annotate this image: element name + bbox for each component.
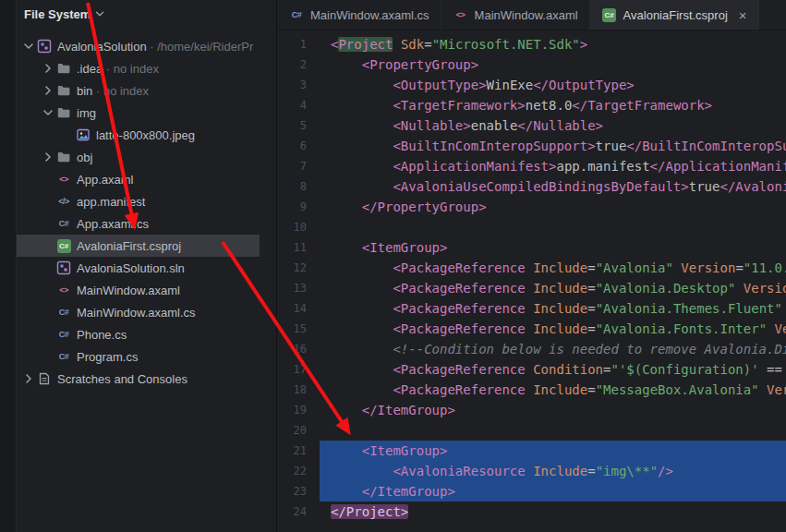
line-number: 13 [277, 278, 307, 298]
tree-item-app-axaml[interactable]: <>App.axaml [17, 168, 260, 190]
code-token: true [596, 139, 627, 153]
tree-item-bin[interactable]: bin · no index [17, 79, 260, 102]
code-token: "'$(Configuration)' [611, 362, 758, 377]
code-line-6[interactable]: <BuiltInComInteropSupport>true</BuiltInC… [320, 136, 786, 156]
code-token [526, 362, 533, 377]
code-token: = [587, 281, 595, 296]
tree-item-idea[interactable]: .idea · no index [17, 57, 260, 79]
tree-item-app-axaml-cs[interactable]: C#App.axaml.cs [17, 212, 260, 235]
line-number: 18 [277, 380, 307, 400]
code-line-9[interactable]: </PropertyGroup> [320, 197, 786, 217]
code-token: "Avalonia.Themes.Fluent" [596, 301, 782, 316]
code-token: Version [775, 321, 786, 336]
tree-item-app-manifest[interactable]: </>app.manifest [17, 190, 260, 212]
code-line-23[interactable]: </ItemGroup> [320, 481, 786, 502]
indent-spacer [40, 349, 55, 364]
code-token [331, 362, 393, 377]
code-token: </ItemGroup> [362, 484, 455, 499]
tab-mainwindow-axaml-cs[interactable]: C#MainWindow.axaml.cs [277, 0, 441, 30]
indent-spacer [40, 260, 55, 275]
code-token: Include [533, 321, 587, 336]
code-line-22[interactable]: <AvaloniaResource Include="img\**"/> [320, 461, 786, 481]
code-token [331, 200, 362, 214]
tab-mainwindow-axaml[interactable]: <>MainWindow.axaml [441, 0, 590, 30]
editor-body[interactable]: 123456789101112131415161718192021222324 … [277, 30, 786, 532]
chevron-down-icon[interactable] [93, 7, 106, 20]
code-line-16[interactable]: <!--Condition below is needed to remove … [320, 339, 786, 359]
code-token: </ApplicationManifest> [650, 159, 786, 174]
code-token: Include [533, 464, 587, 478]
code-line-14[interactable]: <PackageReference Include="Avalonia.Them… [320, 298, 786, 319]
code-token: <AvaloniaUseCompiledBindingsByDefault> [393, 179, 688, 194]
code-line-1[interactable]: <Project Sdk="Microsoft.NET.Sdk"> [320, 34, 786, 54]
code-token [331, 139, 393, 153]
tree-item-mainwindow-axaml[interactable]: <>MainWindow.axaml [17, 279, 260, 301]
code-line-11[interactable]: <ItemGroup> [320, 237, 786, 258]
panel-title[interactable]: File System [24, 7, 91, 21]
tree-item-latte-800x800-jpeg[interactable]: latte-800x800.jpeg [17, 124, 260, 146]
code-line-12[interactable]: <PackageReference Include="Avalonia" Ver… [320, 258, 786, 278]
line-number: 22 [277, 461, 307, 481]
code-token: WinExe [487, 78, 534, 92]
tree-item-avaloniasolution-sln[interactable]: AvaloniaSolution.sln [17, 257, 260, 279]
code-token [767, 321, 774, 336]
code-line-3[interactable]: <OutputType>WinExe</OutputType> [320, 75, 786, 95]
tree-item-scratches-and-consoles[interactable]: Scratches and Consoles [17, 368, 260, 390]
tree-item-avaloniafirst-csproj[interactable]: C#AvaloniaFirst.csproj [17, 235, 260, 257]
code-token [331, 382, 393, 397]
line-number: 9 [277, 197, 307, 217]
code-token: Version [767, 382, 786, 397]
code-line-5[interactable]: <Nullable>enable</Nullable> [320, 115, 786, 136]
code-line-18[interactable]: <PackageReference Include="MessageBox.Av… [320, 380, 786, 400]
file-tree: AvaloniaSolution · /home/kei/RiderPr.ide… [17, 28, 276, 532]
chevron-right-icon[interactable] [40, 150, 55, 164]
tab-avaloniafirst-csproj[interactable]: C#AvaloniaFirst.csproj× [590, 0, 759, 30]
code-line-21[interactable]: <ItemGroup> [320, 441, 786, 461]
code-token: <PackageReference [393, 362, 525, 377]
code-line-17[interactable]: <PackageReference Condition="'$(Configur… [320, 359, 786, 380]
code-line-19[interactable]: </ItemGroup> [320, 400, 786, 420]
chevron-right-icon[interactable] [40, 61, 55, 76]
tree-item-phone-cs[interactable]: C#Phone.cs [17, 323, 260, 345]
tree-item-program-cs[interactable]: C#Program.cs [17, 345, 260, 368]
code-token [331, 78, 393, 92]
code-token: <PackageReference [393, 281, 525, 296]
tool-window-stripe [0, 0, 17, 532]
code-area[interactable]: <Project Sdk="Microsoft.NET.Sdk"> <Prope… [320, 34, 786, 532]
tree-item-label: AvaloniaFirst.csproj [77, 239, 181, 253]
code-line-13[interactable]: <PackageReference Include="Avalonia.Desk… [320, 278, 786, 298]
line-number: 10 [277, 217, 307, 237]
tab-label: AvaloniaFirst.csproj [623, 8, 728, 22]
code-token [526, 464, 533, 478]
code-token [331, 98, 393, 113]
tree-item-mainwindow-axaml-cs[interactable]: C#MainWindow.axaml.cs [17, 301, 260, 323]
code-token: <ItemGroup> [362, 443, 448, 458]
code-token: Version [681, 260, 735, 275]
code-line-2[interactable]: <PropertyGroup> [320, 54, 786, 75]
code-line-4[interactable]: <TargetFramework>net8.0</TargetFramework… [320, 95, 786, 115]
code-token: <OutputType> [393, 78, 486, 92]
indent-spacer [40, 172, 55, 187]
csproj-icon: C# [55, 238, 72, 253]
chevron-down-icon[interactable] [20, 39, 36, 54]
code-line-7[interactable]: <ApplicationManifest>app.manifest</Appli… [320, 156, 786, 176]
tree-item-label: Program.cs [77, 350, 138, 364]
line-number: 2 [277, 54, 307, 75]
code-line-15[interactable]: <PackageReference Include="Avalonia.Font… [320, 319, 786, 339]
code-line-24[interactable]: </Project> [320, 502, 786, 522]
tree-item-obj[interactable]: obj [17, 146, 260, 168]
line-number: 14 [277, 298, 307, 319]
folder-icon [55, 150, 72, 164]
tree-item-avaloniasolution[interactable]: AvaloniaSolution · /home/kei/RiderPr [17, 35, 260, 57]
chevron-down-icon[interactable] [40, 105, 55, 120]
code-line-8[interactable]: <AvaloniaUseCompiledBindingsByDefault>tr… [320, 176, 786, 197]
chevron-right-icon[interactable] [40, 83, 55, 98]
close-icon[interactable]: × [739, 8, 747, 22]
csharp-icon: C# [55, 305, 72, 320]
code-token: Include [533, 260, 587, 275]
tree-item-img[interactable]: img [17, 102, 260, 124]
code-line-20[interactable] [320, 420, 786, 441]
code-line-10[interactable] [320, 217, 786, 237]
chevron-right-icon[interactable] [20, 371, 36, 386]
code-token: <AvaloniaResource [393, 464, 525, 478]
